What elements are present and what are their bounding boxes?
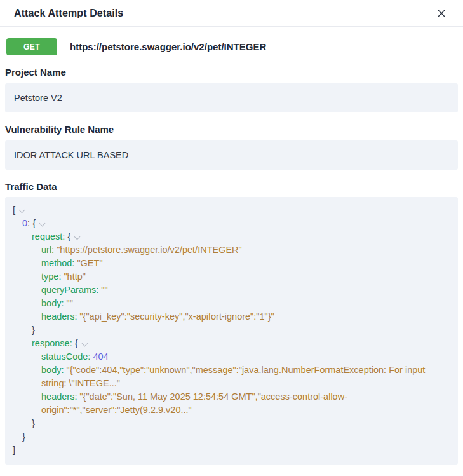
json-token-brace: } <box>32 325 35 335</box>
json-row: ] <box>5 444 450 457</box>
json-token-str: "GET" <box>77 258 102 268</box>
http-method-badge: GET <box>6 38 57 55</box>
json-token-str: string: \"INTEGE..." <box>41 378 120 388</box>
project-name-label: Project Name <box>5 66 458 79</box>
vulnerability-rule-label: Vulnerability Rule Name <box>5 123 458 136</box>
json-token-key: response: <box>32 338 75 348</box>
collapse-chevron-icon[interactable] <box>81 340 88 346</box>
json-token-str: "" <box>67 298 73 308</box>
json-row: origin":"*","server":"Jetty(9.2.9.v20...… <box>5 404 450 417</box>
json-token-str: "" <box>101 285 107 295</box>
json-row: } <box>5 323 450 337</box>
json-token-brace: } <box>22 432 25 442</box>
json-row: request: { <box>5 230 450 243</box>
json-row: string: \"INTEGE..." <box>5 377 450 390</box>
json-row: 0: { <box>5 217 450 230</box>
json-token-key: queryParams: <box>41 285 101 295</box>
json-token-brace: : { <box>27 218 36 228</box>
json-row: queryParams: "" <box>5 283 450 297</box>
json-token-str: "{"api_key":"security-key","x-apifort-ig… <box>79 311 274 322</box>
attack-attempt-details-modal: Attack Attempt Details GET https://petst… <box>0 0 463 476</box>
json-row: headers: "{"api_key":"security-key","x-a… <box>5 310 450 323</box>
json-row: method: "GET" <box>5 257 450 270</box>
json-row: statusCode: 404 <box>5 350 450 364</box>
json-row: response: { <box>5 337 450 350</box>
endpoint-row: GET https://petstore.swagger.io/v2/pet/I… <box>6 38 458 55</box>
json-token-key: type: <box>41 271 64 282</box>
json-row: } <box>5 430 450 444</box>
endpoint-url: https://petstore.swagger.io/v2/pet/INTEG… <box>70 41 266 52</box>
json-token-key: headers: <box>41 391 79 402</box>
modal-title: Attack Attempt Details <box>14 8 123 19</box>
json-token-brace: [ <box>13 205 15 215</box>
modal-body: GET https://petstore.swagger.io/v2/pet/I… <box>0 38 463 465</box>
close-icon <box>436 8 446 18</box>
json-token-brace: { <box>67 231 70 241</box>
json-token-str: "{"date":"Sun, 11 May 2025 12:54:54 GMT"… <box>79 391 347 402</box>
close-button[interactable] <box>434 6 449 21</box>
json-token-num: 404 <box>93 351 108 362</box>
json-row: body: "" <box>5 297 450 310</box>
json-token-str: "https://petstore.swagger.io/v2/pet/INTE… <box>57 245 242 255</box>
json-token-str: origin":"*","server":"Jetty(9.2.9.v20...… <box>41 405 192 415</box>
json-tree: [0: {request: {url: "https://petstore.sw… <box>5 203 450 457</box>
json-token-str: "{"code":404,"type":"unknown","message":… <box>67 365 426 375</box>
json-token-key: method: <box>41 258 77 268</box>
json-row: headers: "{"date":"Sun, 11 May 2025 12:5… <box>5 390 450 404</box>
json-row: } <box>5 417 450 430</box>
json-row: type: "http" <box>5 270 450 283</box>
json-token-idx: 0 <box>22 218 27 228</box>
json-token-brace: } <box>32 418 35 428</box>
traffic-data-json-viewer: [0: {request: {url: "https://petstore.sw… <box>5 197 458 465</box>
collapse-chevron-icon[interactable] <box>39 220 46 226</box>
json-token-brace: { <box>75 338 78 348</box>
json-row: url: "https://petstore.swagger.io/v2/pet… <box>5 243 450 257</box>
json-row: body: "{"code":404,"type":"unknown","mes… <box>5 364 450 377</box>
collapse-chevron-icon[interactable] <box>74 233 81 240</box>
json-token-brace: ] <box>13 445 15 455</box>
vulnerability-rule-value: IDOR ATTACK URL BASED <box>5 140 458 170</box>
modal-header: Attack Attempt Details <box>0 0 463 27</box>
json-token-key: request: <box>32 231 67 241</box>
json-token-key: body: <box>41 365 67 375</box>
json-token-str: "http" <box>64 271 85 282</box>
json-row: [ <box>5 203 450 217</box>
json-token-key: statusCode: <box>41 351 93 362</box>
project-name-value: Petstore V2 <box>5 83 458 112</box>
collapse-chevron-icon[interactable] <box>19 207 25 213</box>
json-token-key: url: <box>41 245 57 255</box>
json-token-key: body: <box>41 298 67 308</box>
traffic-data-label: Traffic Data <box>5 180 458 193</box>
json-token-key: headers: <box>41 311 79 322</box>
